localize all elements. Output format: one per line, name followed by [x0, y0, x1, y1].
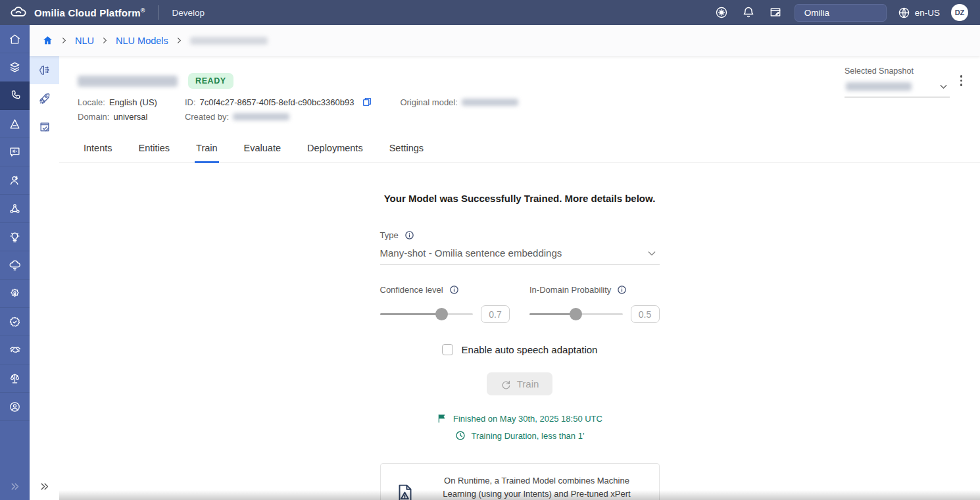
duration-text: Training Duration, less than 1'	[472, 431, 585, 441]
globe-icon	[898, 7, 910, 19]
auto-speech-label: Enable auto speech adaptation	[462, 344, 598, 355]
chevrons-right-icon	[39, 481, 50, 492]
locale-label: en-US	[915, 8, 940, 18]
sidebar-item-voice[interactable]	[0, 82, 30, 110]
sidebar-item-user-management[interactable]	[0, 280, 30, 308]
domain-label: Domain:	[78, 112, 109, 122]
chevrons-right-icon	[9, 481, 20, 492]
agent-assist-icon	[9, 174, 21, 187]
confidence-slider-thumb[interactable]	[435, 308, 448, 320]
breadcrumb-nlu[interactable]: NLU	[75, 36, 94, 46]
lightbulb-icon	[9, 231, 21, 243]
chat-bars-icon	[9, 146, 21, 159]
verified-badge-icon	[9, 316, 21, 328]
sidebar-item-insights[interactable]	[0, 223, 30, 251]
copy-icon[interactable]	[362, 97, 372, 107]
created-by-redacted	[233, 113, 289, 120]
indomain-slider[interactable]	[529, 313, 623, 315]
appearance-icon[interactable]	[714, 5, 729, 20]
domain-value: universal	[113, 112, 147, 122]
topbar-divider	[159, 5, 159, 20]
indomain-label: In-Domain Probability	[529, 285, 611, 295]
sidebar-item-layers[interactable]	[0, 53, 30, 82]
tab-deployments[interactable]: Deployments	[306, 136, 364, 163]
indomain-value[interactable]: 0.5	[631, 305, 660, 323]
chevron-down-icon	[939, 82, 948, 91]
home-icon	[9, 33, 21, 45]
tab-intents[interactable]: Intents	[82, 136, 114, 163]
tenant-selector[interactable]: Omilia	[795, 4, 887, 22]
secondary-sidebar-collapse[interactable]	[30, 472, 59, 500]
tab-evaluate[interactable]: Evaluate	[243, 136, 282, 163]
locale-label: Locale:	[78, 97, 105, 107]
train-success-message: Your Model was Successfully Trained. Mor…	[380, 193, 660, 204]
model-tabs: Intents Entities Train Evaluate Deployme…	[59, 136, 980, 163]
sidebar-item-compliance[interactable]	[0, 364, 30, 393]
confidence-value[interactable]: 0.7	[481, 305, 510, 323]
tab-entities[interactable]: Entities	[137, 136, 172, 163]
original-model-redacted	[462, 99, 518, 106]
language-selector[interactable]: en-US	[898, 7, 940, 19]
indomain-slider-thumb[interactable]	[570, 308, 582, 320]
registered-mark: ®	[141, 7, 145, 14]
type-select[interactable]: Many-shot - Omilia sentence embeddings	[380, 240, 660, 265]
info-icon[interactable]	[404, 230, 414, 240]
tab-train[interactable]: Train	[195, 136, 219, 163]
tab-settings[interactable]: Settings	[388, 136, 425, 163]
breadcrumb-nlu-models[interactable]: NLU Models	[116, 36, 168, 46]
id-value: 7c0f4c27-8657-40f5-8efd-c90bc3360b93	[200, 97, 355, 107]
chevron-right-icon	[176, 37, 183, 44]
sidebar-item-quality[interactable]	[0, 308, 30, 336]
runtime-info-text: On Runtime, a Trained Model combines Mac…	[429, 474, 645, 500]
kebab-menu-icon[interactable]	[958, 73, 965, 88]
molecule-icon	[9, 203, 21, 215]
rail-item-deploy[interactable]	[30, 84, 59, 113]
info-icon[interactable]	[617, 285, 627, 295]
sidebar-item-orchestrator[interactable]	[0, 195, 30, 223]
gear-user-icon	[9, 288, 21, 300]
primary-sidebar-collapse[interactable]	[0, 472, 30, 500]
sidebar-item-analytics[interactable]	[0, 110, 30, 138]
locale-value: English (US)	[109, 97, 157, 107]
notifications-bell-icon[interactable]	[741, 5, 756, 20]
user-avatar[interactable]: DZ	[951, 4, 968, 21]
sidebar-item-home[interactable]	[0, 25, 30, 53]
breadcrumb-model-name-redacted[interactable]	[190, 37, 268, 45]
layers-icon	[9, 61, 21, 74]
runtime-info-box: On Runtime, a Trained Model combines Mac…	[380, 463, 660, 500]
original-model-label: Original model:	[400, 97, 457, 107]
info-icon[interactable]	[449, 285, 459, 295]
primary-sidebar	[0, 25, 30, 500]
sidebar-item-agent-assist[interactable]	[0, 166, 30, 195]
finish-flag-icon	[437, 413, 447, 424]
sidebar-item-support[interactable]	[0, 393, 30, 421]
rail-item-annotation[interactable]	[30, 113, 59, 141]
snapshot-label: Selected Snapshot	[845, 66, 950, 76]
cloud-logo-icon	[9, 7, 28, 18]
snapshot-value-redacted	[846, 82, 912, 91]
confidence-label: Confidence level	[380, 285, 443, 295]
annotation-icon	[38, 120, 51, 134]
type-value: Many-shot - Omilia sentence embeddings	[380, 247, 562, 259]
sidebar-item-partners[interactable]	[0, 336, 30, 364]
snapshot-select[interactable]	[845, 76, 950, 97]
type-label: Type	[380, 230, 399, 240]
snapshot-block: Selected Snapshot	[845, 66, 950, 97]
chevron-right-icon	[61, 37, 68, 44]
sidebar-item-conversations[interactable]	[0, 138, 30, 166]
confidence-slider[interactable]	[380, 313, 474, 315]
brand-title: Omilia Cloud Platform®	[34, 7, 145, 18]
rail-item-nlu[interactable]	[30, 56, 59, 84]
handshake-icon	[9, 343, 22, 357]
status-badge: READY	[188, 73, 233, 89]
chevron-right-icon	[101, 37, 109, 44]
train-button[interactable]: Train	[487, 372, 553, 395]
cloud-speech-icon	[9, 259, 21, 272]
sidebar-item-cloud-services[interactable]	[0, 251, 30, 280]
refresh-icon	[501, 379, 511, 389]
top-bar: Omilia Cloud Platform® Develop Omilia	[0, 0, 980, 25]
created-by-label: Created by:	[185, 112, 229, 122]
feedback-note-icon[interactable]	[768, 5, 783, 20]
home-icon[interactable]	[42, 35, 53, 46]
auto-speech-checkbox[interactable]	[442, 344, 453, 355]
